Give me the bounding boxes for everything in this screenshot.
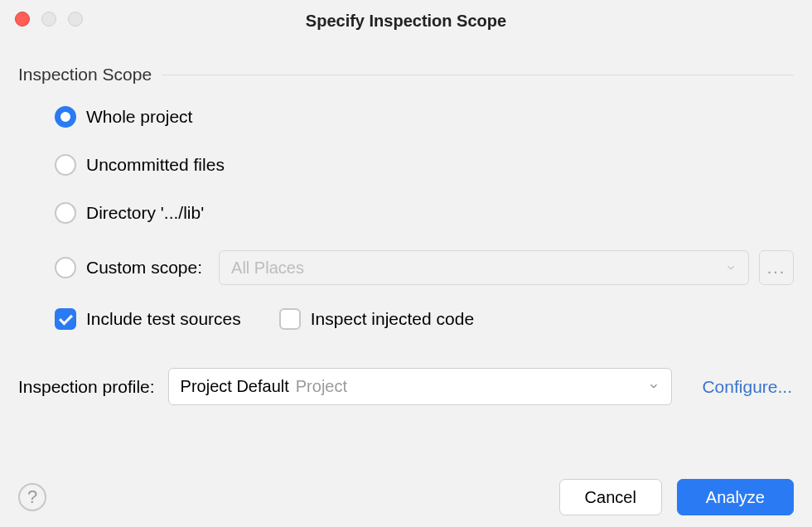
zoom-window-button[interactable]	[68, 12, 83, 27]
label-directory: Directory '.../lib'	[86, 203, 204, 223]
radio-uncommitted[interactable]	[55, 154, 76, 176]
inspection-profile-select[interactable]: Project Default Project	[168, 368, 673, 405]
help-icon: ?	[27, 486, 37, 508]
minimize-window-button[interactable]	[41, 12, 56, 27]
radio-custom-scope[interactable]	[55, 257, 76, 278]
close-window-button[interactable]	[15, 12, 30, 27]
label-uncommitted: Uncommitted files	[86, 155, 225, 175]
label-custom-scope: Custom scope:	[86, 258, 202, 278]
chevron-down-icon	[725, 259, 737, 278]
group-label: Inspection Scope	[18, 65, 152, 85]
analyze-button[interactable]: Analyze	[677, 479, 794, 515]
window-controls	[15, 12, 83, 27]
profile-value: Project Default	[181, 377, 289, 396]
custom-scope-placeholder: All Places	[231, 259, 304, 278]
custom-scope-select[interactable]: All Places	[219, 250, 749, 285]
checkbox-include-tests[interactable]	[55, 308, 76, 330]
group-divider	[162, 75, 794, 75]
option-directory[interactable]: Directory '.../lib'	[55, 202, 794, 224]
label-inspect-injected: Inspect injected code	[311, 309, 474, 329]
chevron-down-icon	[648, 377, 660, 396]
label-include-tests: Include test sources	[86, 309, 241, 329]
inspection-scope-group: Inspection Scope	[18, 65, 794, 85]
label-whole-project: Whole project	[86, 107, 192, 127]
help-button[interactable]: ?	[18, 483, 46, 511]
option-whole-project[interactable]: Whole project	[55, 106, 794, 128]
dialog-title: Specify Inspection Scope	[0, 12, 812, 31]
inspection-profile-label: Inspection profile:	[18, 377, 155, 397]
configure-link[interactable]: Configure...	[702, 377, 792, 397]
profile-hint: Project	[296, 377, 347, 396]
cancel-button[interactable]: Cancel	[559, 479, 662, 515]
titlebar: Specify Inspection Scope	[0, 0, 812, 41]
ellipsis-icon: ...	[767, 259, 786, 278]
custom-scope-browse-button[interactable]: ...	[759, 250, 794, 285]
radio-whole-project[interactable]	[55, 106, 76, 128]
radio-directory[interactable]	[55, 202, 76, 224]
checkbox-inspect-injected[interactable]	[279, 308, 301, 330]
option-uncommitted[interactable]: Uncommitted files	[55, 154, 794, 176]
